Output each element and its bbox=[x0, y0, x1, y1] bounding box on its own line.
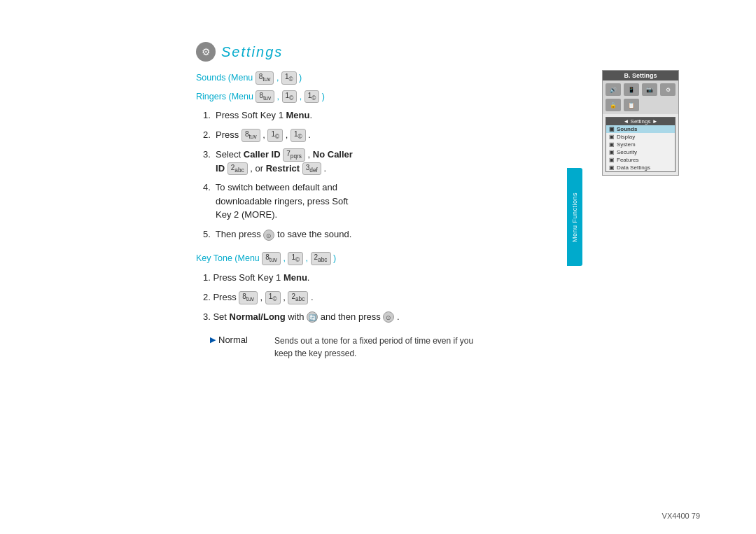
option-table: ▶ Normal Sends out a tone for a fixed pe… bbox=[210, 335, 560, 360]
ringers-key-1a: 1© bbox=[282, 90, 298, 104]
content-area: Menu Functions ⚙ Settings B. Settings 🔊 … bbox=[196, 42, 560, 364]
page-title-row: ⚙ Settings bbox=[196, 42, 560, 62]
phone-menu-display: ▣ Display bbox=[606, 133, 675, 141]
keytone-step-2: 2. Press 8tuv , 1© , 2abc . bbox=[203, 290, 560, 304]
keytone-steps: 1. Press Soft Key 1 Menu. 2. Press 8tuv … bbox=[203, 271, 560, 323]
sounds-header: Sounds (Menu 8tuv , 1© ) bbox=[196, 71, 560, 85]
step3-restrict-bold: Restrict bbox=[266, 163, 300, 174]
step-2: 2. Press 8tuv , 1© , 1© . bbox=[203, 128, 560, 142]
page-footer: VX4400 79 bbox=[662, 512, 700, 520]
kt-step2-key2: 2abc bbox=[288, 291, 308, 304]
keytone-step-1: 1. Press Soft Key 1 Menu. bbox=[203, 271, 560, 285]
option-row-normal: ▶ Normal Sends out a tone for a fixed pe… bbox=[210, 335, 560, 360]
step-1-bold: Menu bbox=[286, 110, 310, 120]
option-arrow-icon: ▶ bbox=[210, 335, 216, 344]
nav-icon-save: ⊙ bbox=[263, 230, 274, 241]
page-title: Settings bbox=[221, 44, 283, 60]
kt-step2-key8: 8tuv bbox=[239, 291, 258, 304]
settings-icon: ⚙ bbox=[196, 42, 216, 62]
nav-icon-ok: ⊙ bbox=[383, 311, 394, 323]
step3-key7: 7pqrs bbox=[283, 148, 305, 162]
ringers-key-8: 8tuv bbox=[255, 90, 274, 104]
phone-menu-title: ◄ Settings ► bbox=[606, 118, 675, 125]
keytone-step-3: 3. Set Normal/Long with 🔄 and then press… bbox=[203, 310, 560, 324]
keytone-step3-bold: Normal/Long bbox=[230, 311, 286, 322]
phone-screen-menu: ◄ Settings ► ▣ Sounds ▣ Display ▣ System… bbox=[606, 117, 676, 172]
step-1: 1. Press Soft Key 1 Menu. bbox=[203, 108, 560, 122]
page-container: Menu Functions ⚙ Settings B. Settings 🔊 … bbox=[0, 0, 756, 534]
phone-icon-4: ⚙ bbox=[660, 83, 676, 96]
step-5: 5. Then press ⊙ to save the sound. bbox=[203, 227, 560, 241]
sounds-steps: 1. Press Soft Key 1 Menu. 2. Press 8tuv … bbox=[203, 108, 560, 241]
ringers-key-1b: 1© bbox=[304, 90, 320, 104]
phone-screen-icons: 🔊 📱 📷 ⚙ 🔒 📋 bbox=[603, 80, 678, 114]
phone-icon-5: 🔒 bbox=[606, 99, 621, 111]
step2-key1: 1© bbox=[267, 129, 283, 142]
phone-menu-system: ▣ System bbox=[606, 141, 675, 148]
phone-icon-3: 📷 bbox=[642, 83, 657, 96]
keytone-key2: 2abc bbox=[311, 252, 331, 265]
kt-step2-key1: 1© bbox=[265, 291, 281, 304]
footer-text: VX4400 79 bbox=[662, 512, 700, 520]
sounds-key-1: 1© bbox=[281, 71, 297, 85]
keytone-key8: 8tuv bbox=[262, 252, 281, 265]
keytone-header: Key Tone (Menu 8tuv , 1© , 2abc ) bbox=[196, 252, 560, 265]
step-4: 4. To switch between default and downloa… bbox=[203, 181, 560, 222]
step2-key8: 8tuv bbox=[241, 129, 260, 142]
keytone-key1: 1© bbox=[288, 252, 303, 265]
phone-icon-6: 📋 bbox=[624, 99, 639, 111]
phone-screenshot: B. Settings 🔊 📱 📷 ⚙ 🔒 📋 ◄ Settings ► ▣ S… bbox=[602, 70, 679, 176]
phone-menu-security: ▣ Security bbox=[606, 148, 675, 156]
option-normal-desc: Sends out a tone for a fixed period of t… bbox=[274, 335, 484, 360]
option-label-normal: ▶ Normal bbox=[210, 335, 266, 345]
nav-icon-scroll: 🔄 bbox=[307, 311, 318, 323]
step3-callerid-bold: Caller ID bbox=[244, 149, 281, 160]
side-tab-label: Menu Functions bbox=[571, 192, 578, 241]
phone-menu-sounds-icon: ▣ bbox=[609, 126, 615, 132]
phone-menu-features: ▣ Features bbox=[606, 156, 675, 164]
step2-key1b: 1© bbox=[290, 129, 306, 142]
phone-icon-2: 📱 bbox=[624, 83, 639, 96]
sounds-key-8: 8tuv bbox=[255, 71, 274, 85]
phone-menu-data: ▣ Data Settings bbox=[606, 164, 675, 171]
step-3: 3. Select Caller ID 7pqrs , No Caller ID… bbox=[203, 148, 560, 176]
phone-icon-1: 🔊 bbox=[606, 83, 621, 96]
phone-menu-sounds: ▣ Sounds bbox=[606, 125, 675, 133]
step3-key2: 2abc bbox=[227, 162, 248, 176]
keytone-step1-bold: Menu bbox=[284, 272, 307, 283]
phone-screen-header: B. Settings bbox=[603, 71, 678, 80]
step3-key3: 3def bbox=[302, 162, 321, 176]
ringers-header: Ringers (Menu 8tuv , 1© , 1© ) bbox=[196, 90, 560, 104]
side-tab: Menu Functions bbox=[567, 168, 582, 266]
option-normal-text: Normal bbox=[218, 335, 248, 345]
